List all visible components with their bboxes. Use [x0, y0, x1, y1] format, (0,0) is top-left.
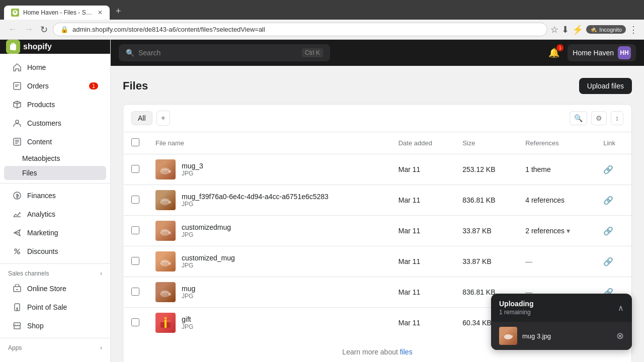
sidebar-item-content[interactable]: Content	[4, 133, 106, 151]
file-name: gift	[182, 315, 193, 323]
svg-point-6	[18, 252, 20, 254]
sort-icon: ↕	[615, 114, 619, 122]
toast-file-name: mug 3.jpg	[522, 332, 611, 340]
bookmark-button[interactable]: ☆	[550, 24, 558, 35]
row-checkbox[interactable]	[131, 288, 139, 296]
sidebar-item-metaobjects[interactable]: Metaobjects	[4, 151, 106, 165]
row-checkbox[interactable]	[131, 196, 139, 204]
svg-rect-12	[169, 170, 171, 173]
svg-point-13	[160, 167, 170, 170]
file-name-cell: mug JPG	[147, 277, 390, 308]
sidebar-item-label: Finances	[27, 192, 56, 200]
nav-back-button[interactable]: ←	[6, 23, 19, 36]
learn-more-text: Learn more about	[342, 348, 399, 356]
sort-button[interactable]: ↕	[611, 111, 623, 125]
file-name-cell: mug_f39f76a0-6e4c-4d94-a4cc-a6751e6c5283…	[147, 185, 390, 216]
products-icon	[12, 100, 22, 110]
references-cell: 4 references	[517, 185, 595, 216]
sidebar-item-orders[interactable]: Orders 1	[4, 77, 106, 95]
file-name-header: File name	[147, 132, 390, 154]
sidebar-item-marketing[interactable]: Marketing	[4, 224, 106, 242]
row-checkbox-cell	[123, 277, 147, 308]
sidebar-item-home[interactable]: Home	[4, 58, 106, 76]
search-placeholder-text: Search	[138, 49, 298, 57]
sidebar-item-files[interactable]: Files	[4, 166, 106, 180]
sidebar-item-analytics[interactable]: Analytics	[4, 205, 106, 223]
references-cell: 1 theme	[517, 154, 595, 185]
file-name-cell: mug_3 JPG	[147, 154, 390, 185]
orders-icon	[12, 81, 22, 91]
sidebar-item-discounts[interactable]: Discounts	[4, 242, 106, 260]
toast-file-thumbnail	[499, 327, 517, 345]
search-icon: 🔍	[126, 49, 134, 57]
svg-rect-18	[169, 231, 171, 234]
sidebar-item-point-of-sale[interactable]: Point of Sale	[4, 298, 106, 316]
row-checkbox[interactable]	[131, 226, 139, 234]
home-icon	[12, 62, 22, 72]
toolbar-actions: 🔍 ⚙ ↕	[570, 111, 623, 125]
svg-rect-15	[169, 201, 171, 204]
upload-toast: Uploading 1 remaining ∧ mug 3.jpg ⊗	[491, 294, 632, 350]
toast-cancel-button[interactable]: ⊗	[616, 330, 624, 341]
sidebar-item-label: Online Store	[27, 285, 66, 293]
shopify-logo: shopify	[6, 40, 52, 54]
tab-close-icon[interactable]: ✕	[98, 9, 103, 16]
svg-rect-24	[169, 293, 171, 296]
store-name: Home Haven	[573, 49, 614, 57]
references-header: References	[517, 132, 595, 154]
search-shortcut-badge: Ctrl K	[302, 48, 323, 57]
topbar-actions: 🔔 1 Home Haven HH	[546, 44, 636, 61]
toast-subtitle: 1 remaining	[499, 309, 533, 316]
topbar-search[interactable]: 🔍 Search Ctrl K	[119, 44, 330, 61]
table-row: mug_3 JPG Mar 11 253.12 KB 1 theme 🔗	[123, 154, 631, 185]
files-link[interactable]: files	[400, 348, 413, 356]
url-bar[interactable]: 🔒 admin.shopify.com/store/de8143-a6/cont…	[53, 23, 547, 36]
add-tab-button[interactable]: +	[156, 111, 170, 126]
sidebar-item-products[interactable]: Products	[4, 96, 106, 114]
search-files-button[interactable]: 🔍	[570, 111, 587, 125]
file-name-cell: customized_mug JPG	[147, 246, 390, 277]
sidebar-item-customers[interactable]: Customers	[4, 114, 106, 132]
apps-chevron[interactable]: ›	[100, 344, 102, 351]
select-all-header	[123, 132, 147, 154]
size-cell: 836.81 KB	[454, 185, 517, 216]
store-avatar: HH	[618, 46, 631, 59]
browser-tab-active[interactable]: Home Haven - Files - Shopify ✕	[4, 6, 110, 20]
sidebar-item-online-store[interactable]: Online Store	[4, 280, 106, 298]
svg-point-16	[160, 198, 170, 201]
all-tab-button[interactable]: All	[131, 111, 152, 125]
sidebar: shopify Home Orders 1	[0, 40, 111, 362]
sales-channels-chevron[interactable]: ›	[100, 270, 102, 277]
copy-link-button[interactable]: 🔗	[603, 196, 613, 205]
notification-button[interactable]: 🔔 1	[546, 45, 561, 60]
store-selector[interactable]: Home Haven HH	[568, 44, 636, 61]
row-checkbox[interactable]	[131, 318, 139, 326]
date-added-cell: Mar 11	[390, 185, 454, 216]
finances-icon	[12, 191, 22, 201]
menu-button[interactable]: ⋮	[629, 24, 638, 35]
sidebar-item-shop[interactable]: Shop	[4, 317, 106, 335]
size-header: Size	[454, 132, 517, 154]
sidebar-item-label: Analytics	[27, 210, 55, 218]
copy-link-button[interactable]: 🔗	[603, 257, 613, 266]
extensions-button[interactable]: ⚡	[572, 24, 583, 35]
date-added-cell: Mar 11	[390, 308, 454, 338]
toast-collapse-button[interactable]: ∧	[618, 303, 624, 313]
nav-reload-button[interactable]: ↻	[38, 23, 50, 36]
new-tab-button[interactable]: +	[112, 4, 125, 20]
upload-files-button[interactable]: Upload files	[579, 78, 632, 94]
row-checkbox-cell	[123, 308, 147, 338]
sidebar-item-label: Products	[27, 101, 55, 109]
row-checkbox[interactable]	[131, 257, 139, 265]
download-button[interactable]: ⬇	[561, 24, 569, 35]
search-icon: 🔍	[574, 114, 583, 122]
file-thumbnail	[155, 251, 176, 272]
sidebar-item-finances[interactable]: Finances	[4, 187, 106, 205]
select-all-checkbox[interactable]	[131, 138, 139, 146]
copy-link-button[interactable]: 🔗	[603, 165, 613, 174]
nav-forward-button[interactable]: →	[22, 23, 35, 36]
copy-link-button[interactable]: 🔗	[603, 226, 613, 236]
browser-toolbar: ← → ↻ 🔒 admin.shopify.com/store/de8143-a…	[0, 20, 644, 40]
row-checkbox[interactable]	[131, 165, 139, 173]
filter-button[interactable]: ⚙	[591, 111, 607, 125]
